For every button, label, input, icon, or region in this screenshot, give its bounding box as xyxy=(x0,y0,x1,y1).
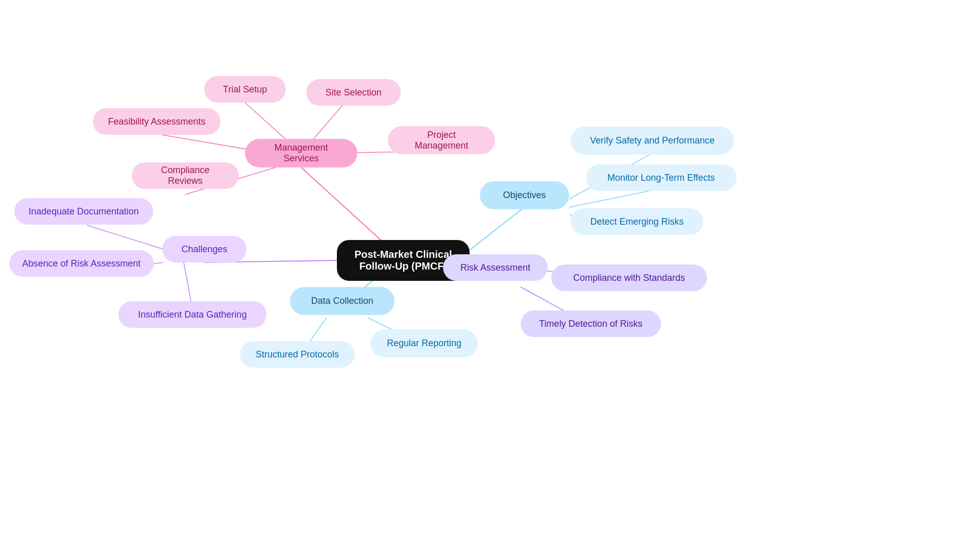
node-timely-detection: Timely Detection of Risks xyxy=(521,310,661,337)
node-feasibility-assessments: Feasibility Assessments xyxy=(93,108,220,135)
node-structured-protocols: Structured Protocols xyxy=(240,341,355,368)
node-regular-reporting: Regular Reporting xyxy=(371,329,478,357)
node-objectives: Objectives xyxy=(480,181,569,209)
node-absence-risk-assessment: Absence of Risk Assessment xyxy=(9,250,154,277)
svg-line-10 xyxy=(87,225,163,249)
node-trial-setup: Trial Setup xyxy=(204,76,286,103)
node-management-services: Management Services xyxy=(245,139,357,167)
node-compliance-standards: Compliance with Standards xyxy=(551,265,707,291)
node-risk-assessment: Risk Assessment xyxy=(443,254,548,281)
node-monitor-long-term: Monitor Long-Term Effects xyxy=(586,164,737,191)
node-detect-emerging-risks: Detect Emerging Risks xyxy=(571,208,703,235)
svg-line-3 xyxy=(470,207,524,250)
node-project-management: Project Management xyxy=(388,126,495,154)
node-verify-safety: Verify Safety and Performance xyxy=(571,127,734,155)
node-inadequate-documentation: Inadequate Documentation xyxy=(14,198,153,225)
node-data-collection: Data Collection xyxy=(290,287,395,315)
node-insufficient-data-gathering: Insufficient Data Gathering xyxy=(118,301,266,328)
node-compliance-reviews: Compliance Reviews xyxy=(132,162,239,189)
node-site-selection: Site Selection xyxy=(306,79,401,106)
node-challenges: Challenges xyxy=(162,236,247,262)
